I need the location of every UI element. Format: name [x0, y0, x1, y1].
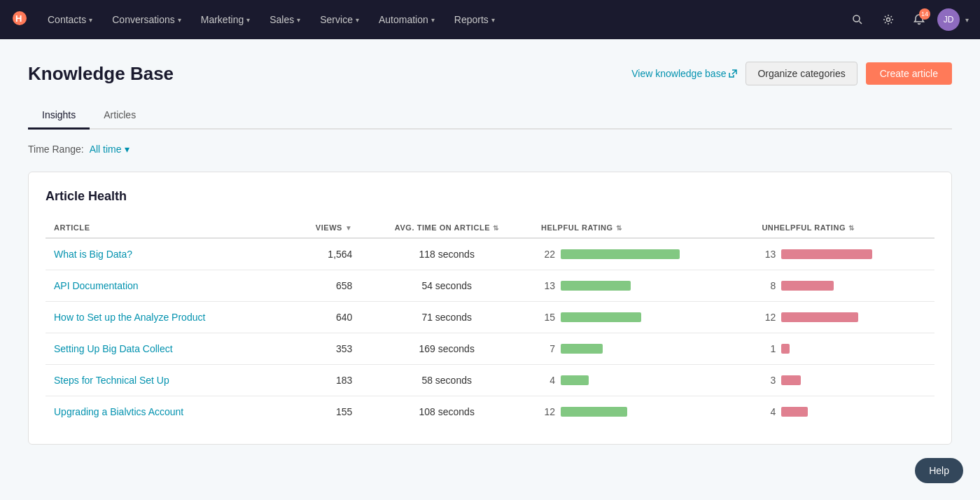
page-title: Knowledge Base	[28, 63, 174, 85]
nav-automation[interactable]: Automation ▾	[370, 8, 443, 31]
search-button[interactable]	[845, 7, 870, 32]
th-article: ARTICLE	[46, 218, 285, 238]
chevron-down-icon: ▾	[178, 16, 181, 24]
td-avg-time: 54 seconds	[360, 270, 533, 302]
time-range-dropdown[interactable]: All time ▾	[90, 144, 130, 155]
avg-time-sort-icon[interactable]: ⇅	[493, 224, 499, 232]
td-avg-time: 169 seconds	[360, 333, 533, 365]
td-helpful: 13	[533, 270, 753, 302]
avatar[interactable]: JD	[937, 8, 960, 31]
td-unhelpful: 13	[753, 238, 934, 270]
unhelpful-num: 13	[762, 249, 776, 260]
nav-right: 14 JD ▾	[845, 7, 969, 32]
table-header-row: ARTICLE VIEWS ▼ AVG. TIME ON ARTICLE ⇅	[46, 218, 934, 238]
chevron-down-icon: ▾	[246, 16, 250, 24]
td-helpful: 7	[533, 333, 753, 365]
article-link[interactable]: Upgrading a Bialvtics Account	[54, 406, 183, 417]
td-article: How to Set up the Analyze Product	[46, 302, 285, 333]
td-avg-time: 58 seconds	[360, 365, 533, 396]
td-unhelpful: 3	[753, 365, 934, 396]
help-button[interactable]: Help	[915, 458, 963, 467]
user-menu-chevron[interactable]: ▾	[965, 16, 969, 24]
notification-badge: 14	[919, 8, 930, 20]
chevron-down-icon: ▾	[431, 16, 435, 24]
notifications-button[interactable]: 14	[906, 7, 932, 32]
td-views: 1,564	[285, 238, 361, 270]
helpful-bar	[561, 249, 680, 259]
nav-contacts[interactable]: Contacts ▾	[39, 8, 101, 31]
article-link[interactable]: Setting Up Big Data Collect	[54, 343, 173, 354]
time-range-value: All time	[90, 144, 122, 155]
article-link[interactable]: What is Big Data?	[54, 249, 132, 260]
helpful-num: 12	[541, 406, 555, 417]
svg-line-3	[860, 22, 862, 25]
table-row: What is Big Data? 1,564 118 seconds 22 1…	[46, 238, 934, 270]
helpful-num: 15	[541, 312, 555, 323]
views-sort-icon[interactable]: ▼	[345, 224, 352, 232]
td-views: 155	[285, 396, 361, 428]
page-header: Knowledge Base View knowledge base Organ…	[28, 62, 952, 85]
unhelpful-num: 3	[762, 375, 776, 386]
td-article: What is Big Data?	[46, 238, 285, 270]
td-unhelpful: 8	[753, 270, 934, 302]
svg-point-2	[853, 15, 860, 22]
td-article: Steps for Technical Set Up	[46, 365, 285, 396]
helpful-bar	[561, 407, 627, 417]
nav-sales[interactable]: Sales ▾	[261, 8, 309, 31]
unhelpful-bar	[781, 312, 858, 322]
create-article-button[interactable]: Create article	[866, 62, 952, 85]
tab-insights[interactable]: Insights	[28, 102, 90, 130]
article-link[interactable]: API Documentation	[54, 280, 139, 291]
unhelpful-num: 1	[762, 343, 776, 354]
td-article: Upgrading a Bialvtics Account	[46, 396, 285, 428]
main-content: Knowledge Base View knowledge base Organ…	[0, 39, 980, 467]
hubspot-logo[interactable]: H	[11, 10, 28, 30]
svg-point-4	[887, 18, 890, 22]
unhelpful-sort-icon[interactable]: ⇅	[848, 224, 855, 232]
organize-categories-button[interactable]: Organize categories	[746, 62, 857, 85]
time-range-label: Time Range:	[28, 144, 84, 155]
chevron-down-icon: ▾	[125, 144, 130, 155]
tab-articles[interactable]: Articles	[90, 102, 150, 130]
td-helpful: 15	[533, 302, 753, 333]
unhelpful-num: 4	[762, 406, 776, 417]
table-row: Steps for Technical Set Up 183 58 second…	[46, 365, 934, 396]
settings-button[interactable]	[876, 7, 901, 32]
article-link[interactable]: How to Set up the Analyze Product	[54, 312, 205, 323]
article-health-card: Article Health ARTICLE VIEWS ▼	[28, 172, 952, 445]
helpful-num: 4	[541, 375, 555, 386]
th-views: VIEWS ▼	[285, 218, 361, 238]
helpful-bar	[561, 375, 589, 385]
helpful-sort-icon[interactable]: ⇅	[616, 224, 622, 232]
article-link[interactable]: Steps for Technical Set Up	[54, 375, 169, 386]
helpful-num: 7	[541, 343, 555, 354]
td-unhelpful: 1	[753, 333, 934, 365]
unhelpful-bar	[781, 249, 872, 259]
helpful-bar	[561, 312, 641, 322]
nav-conversations[interactable]: Conversations ▾	[104, 8, 190, 31]
td-views: 353	[285, 333, 361, 365]
td-helpful: 22	[533, 238, 753, 270]
nav-service[interactable]: Service ▾	[312, 8, 368, 31]
article-health-title: Article Health	[46, 189, 934, 204]
helpful-num: 13	[541, 280, 555, 291]
td-article: API Documentation	[46, 270, 285, 302]
table-row: How to Set up the Analyze Product 640 71…	[46, 302, 934, 333]
table-row: API Documentation 658 54 seconds 13 8	[46, 270, 934, 302]
helpful-num: 22	[541, 249, 555, 260]
navbar: H Contacts ▾ Conversations ▾ Marketing ▾…	[0, 0, 980, 39]
helpful-bar	[561, 281, 631, 291]
unhelpful-bar	[781, 344, 790, 354]
td-article: Setting Up Big Data Collect	[46, 333, 285, 365]
chevron-down-icon: ▾	[491, 16, 495, 24]
td-avg-time: 108 seconds	[360, 396, 533, 428]
helpful-bar	[561, 344, 603, 354]
unhelpful-num: 8	[762, 280, 776, 291]
table-row: Setting Up Big Data Collect 353 169 seco…	[46, 333, 934, 365]
nav-marketing[interactable]: Marketing ▾	[192, 8, 258, 31]
th-unhelpful: UNHELPFUL RATING ⇅	[753, 218, 934, 238]
nav-reports[interactable]: Reports ▾	[446, 8, 503, 31]
td-views: 183	[285, 365, 361, 396]
time-range-row: Time Range: All time ▾	[28, 144, 952, 155]
view-knowledge-base-link[interactable]: View knowledge base	[631, 68, 737, 79]
